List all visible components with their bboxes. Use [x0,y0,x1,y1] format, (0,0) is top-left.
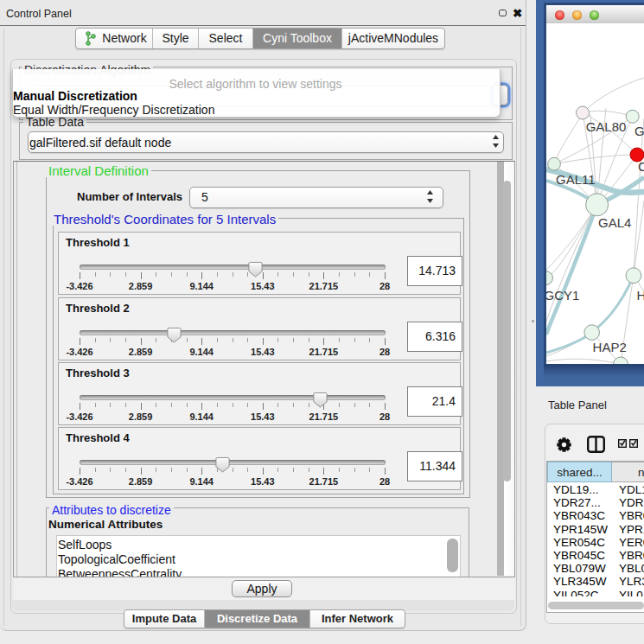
svg-text:GA: GA [634,124,644,138]
svg-text:H: H [636,288,644,303]
svg-text:HAP2: HAP2 [593,340,627,354]
svg-text:C: C [638,159,644,174]
svg-text:GAL80: GAL80 [586,119,627,134]
svg-text:GAL4: GAL4 [598,215,631,230]
svg-text:GAL11: GAL11 [556,172,596,187]
svg-text:GCY1: GCY1 [546,288,579,303]
